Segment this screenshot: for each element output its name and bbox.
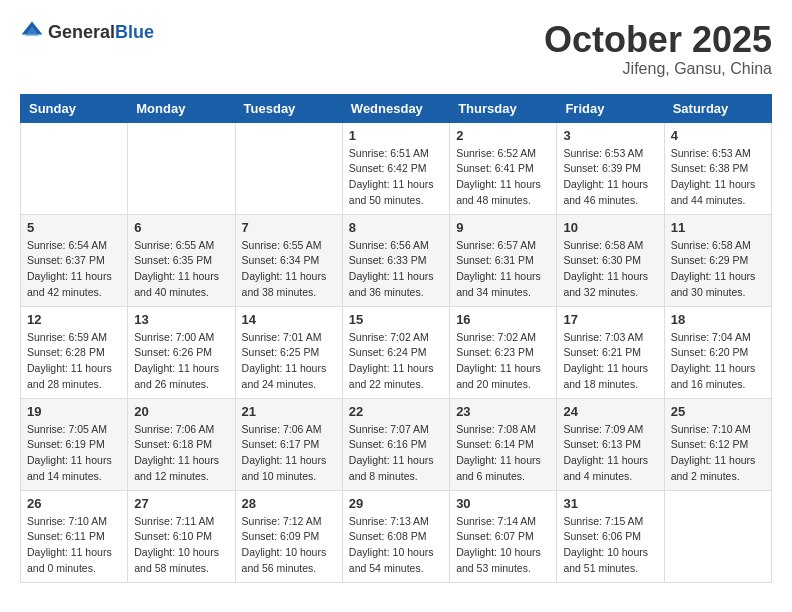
location: Jifeng, Gansu, China <box>544 60 772 78</box>
table-row: 9Sunrise: 6:57 AM Sunset: 6:31 PM Daylig… <box>450 214 557 306</box>
day-info: Sunrise: 7:06 AM Sunset: 6:18 PM Dayligh… <box>134 422 228 485</box>
day-number: 8 <box>349 220 443 235</box>
day-number: 20 <box>134 404 228 419</box>
day-number: 28 <box>242 496 336 511</box>
day-number: 5 <box>27 220 121 235</box>
day-number: 21 <box>242 404 336 419</box>
day-info: Sunrise: 7:07 AM Sunset: 6:16 PM Dayligh… <box>349 422 443 485</box>
calendar-week-1: 1Sunrise: 6:51 AM Sunset: 6:42 PM Daylig… <box>21 122 772 214</box>
day-number: 19 <box>27 404 121 419</box>
header-tuesday: Tuesday <box>235 94 342 122</box>
day-number: 7 <box>242 220 336 235</box>
table-row <box>128 122 235 214</box>
day-info: Sunrise: 7:02 AM Sunset: 6:24 PM Dayligh… <box>349 330 443 393</box>
table-row: 29Sunrise: 7:13 AM Sunset: 6:08 PM Dayli… <box>342 490 449 582</box>
header-saturday: Saturday <box>664 94 771 122</box>
calendar-table: Sunday Monday Tuesday Wednesday Thursday… <box>20 94 772 583</box>
table-row: 7Sunrise: 6:55 AM Sunset: 6:34 PM Daylig… <box>235 214 342 306</box>
calendar-week-5: 26Sunrise: 7:10 AM Sunset: 6:11 PM Dayli… <box>21 490 772 582</box>
table-row <box>21 122 128 214</box>
day-number: 11 <box>671 220 765 235</box>
day-number: 26 <box>27 496 121 511</box>
day-number: 3 <box>563 128 657 143</box>
day-info: Sunrise: 6:55 AM Sunset: 6:35 PM Dayligh… <box>134 238 228 301</box>
day-info: Sunrise: 7:02 AM Sunset: 6:23 PM Dayligh… <box>456 330 550 393</box>
day-number: 6 <box>134 220 228 235</box>
day-number: 24 <box>563 404 657 419</box>
table-row: 2Sunrise: 6:52 AM Sunset: 6:41 PM Daylig… <box>450 122 557 214</box>
table-row: 17Sunrise: 7:03 AM Sunset: 6:21 PM Dayli… <box>557 306 664 398</box>
table-row: 22Sunrise: 7:07 AM Sunset: 6:16 PM Dayli… <box>342 398 449 490</box>
day-number: 14 <box>242 312 336 327</box>
table-row: 5Sunrise: 6:54 AM Sunset: 6:37 PM Daylig… <box>21 214 128 306</box>
table-row: 12Sunrise: 6:59 AM Sunset: 6:28 PM Dayli… <box>21 306 128 398</box>
day-info: Sunrise: 7:10 AM Sunset: 6:11 PM Dayligh… <box>27 514 121 577</box>
table-row: 1Sunrise: 6:51 AM Sunset: 6:42 PM Daylig… <box>342 122 449 214</box>
logo: GeneralBlue <box>20 20 154 44</box>
header-sunday: Sunday <box>21 94 128 122</box>
day-info: Sunrise: 6:52 AM Sunset: 6:41 PM Dayligh… <box>456 146 550 209</box>
table-row: 23Sunrise: 7:08 AM Sunset: 6:14 PM Dayli… <box>450 398 557 490</box>
day-info: Sunrise: 6:51 AM Sunset: 6:42 PM Dayligh… <box>349 146 443 209</box>
calendar-header-row: Sunday Monday Tuesday Wednesday Thursday… <box>21 94 772 122</box>
table-row <box>235 122 342 214</box>
table-row: 18Sunrise: 7:04 AM Sunset: 6:20 PM Dayli… <box>664 306 771 398</box>
day-number: 2 <box>456 128 550 143</box>
title-block: October 2025 Jifeng, Gansu, China <box>544 20 772 78</box>
day-info: Sunrise: 7:05 AM Sunset: 6:19 PM Dayligh… <box>27 422 121 485</box>
table-row: 13Sunrise: 7:00 AM Sunset: 6:26 PM Dayli… <box>128 306 235 398</box>
day-number: 15 <box>349 312 443 327</box>
table-row: 25Sunrise: 7:10 AM Sunset: 6:12 PM Dayli… <box>664 398 771 490</box>
day-info: Sunrise: 7:11 AM Sunset: 6:10 PM Dayligh… <box>134 514 228 577</box>
day-info: Sunrise: 7:10 AM Sunset: 6:12 PM Dayligh… <box>671 422 765 485</box>
day-info: Sunrise: 7:04 AM Sunset: 6:20 PM Dayligh… <box>671 330 765 393</box>
day-info: Sunrise: 7:06 AM Sunset: 6:17 PM Dayligh… <box>242 422 336 485</box>
header-thursday: Thursday <box>450 94 557 122</box>
table-row: 26Sunrise: 7:10 AM Sunset: 6:11 PM Dayli… <box>21 490 128 582</box>
calendar-week-4: 19Sunrise: 7:05 AM Sunset: 6:19 PM Dayli… <box>21 398 772 490</box>
day-number: 1 <box>349 128 443 143</box>
day-info: Sunrise: 7:01 AM Sunset: 6:25 PM Dayligh… <box>242 330 336 393</box>
day-number: 13 <box>134 312 228 327</box>
day-number: 16 <box>456 312 550 327</box>
day-number: 25 <box>671 404 765 419</box>
calendar-week-2: 5Sunrise: 6:54 AM Sunset: 6:37 PM Daylig… <box>21 214 772 306</box>
table-row: 21Sunrise: 7:06 AM Sunset: 6:17 PM Dayli… <box>235 398 342 490</box>
table-row: 6Sunrise: 6:55 AM Sunset: 6:35 PM Daylig… <box>128 214 235 306</box>
header-wednesday: Wednesday <box>342 94 449 122</box>
day-number: 10 <box>563 220 657 235</box>
table-row: 28Sunrise: 7:12 AM Sunset: 6:09 PM Dayli… <box>235 490 342 582</box>
day-number: 17 <box>563 312 657 327</box>
day-number: 31 <box>563 496 657 511</box>
table-row: 14Sunrise: 7:01 AM Sunset: 6:25 PM Dayli… <box>235 306 342 398</box>
day-info: Sunrise: 6:54 AM Sunset: 6:37 PM Dayligh… <box>27 238 121 301</box>
day-info: Sunrise: 7:09 AM Sunset: 6:13 PM Dayligh… <box>563 422 657 485</box>
table-row: 31Sunrise: 7:15 AM Sunset: 6:06 PM Dayli… <box>557 490 664 582</box>
page-header: GeneralBlue October 2025 Jifeng, Gansu, … <box>20 20 772 78</box>
day-info: Sunrise: 6:53 AM Sunset: 6:39 PM Dayligh… <box>563 146 657 209</box>
day-number: 18 <box>671 312 765 327</box>
table-row: 19Sunrise: 7:05 AM Sunset: 6:19 PM Dayli… <box>21 398 128 490</box>
table-row: 4Sunrise: 6:53 AM Sunset: 6:38 PM Daylig… <box>664 122 771 214</box>
logo-text: GeneralBlue <box>48 22 154 43</box>
table-row: 3Sunrise: 6:53 AM Sunset: 6:39 PM Daylig… <box>557 122 664 214</box>
table-row <box>664 490 771 582</box>
table-row: 24Sunrise: 7:09 AM Sunset: 6:13 PM Dayli… <box>557 398 664 490</box>
day-info: Sunrise: 7:00 AM Sunset: 6:26 PM Dayligh… <box>134 330 228 393</box>
day-info: Sunrise: 7:12 AM Sunset: 6:09 PM Dayligh… <box>242 514 336 577</box>
table-row: 30Sunrise: 7:14 AM Sunset: 6:07 PM Dayli… <box>450 490 557 582</box>
day-number: 30 <box>456 496 550 511</box>
day-number: 9 <box>456 220 550 235</box>
table-row: 15Sunrise: 7:02 AM Sunset: 6:24 PM Dayli… <box>342 306 449 398</box>
calendar-week-3: 12Sunrise: 6:59 AM Sunset: 6:28 PM Dayli… <box>21 306 772 398</box>
day-info: Sunrise: 7:15 AM Sunset: 6:06 PM Dayligh… <box>563 514 657 577</box>
header-monday: Monday <box>128 94 235 122</box>
day-number: 22 <box>349 404 443 419</box>
table-row: 20Sunrise: 7:06 AM Sunset: 6:18 PM Dayli… <box>128 398 235 490</box>
day-number: 4 <box>671 128 765 143</box>
table-row: 11Sunrise: 6:58 AM Sunset: 6:29 PM Dayli… <box>664 214 771 306</box>
header-friday: Friday <box>557 94 664 122</box>
day-info: Sunrise: 6:53 AM Sunset: 6:38 PM Dayligh… <box>671 146 765 209</box>
day-number: 29 <box>349 496 443 511</box>
logo-icon <box>20 20 44 44</box>
